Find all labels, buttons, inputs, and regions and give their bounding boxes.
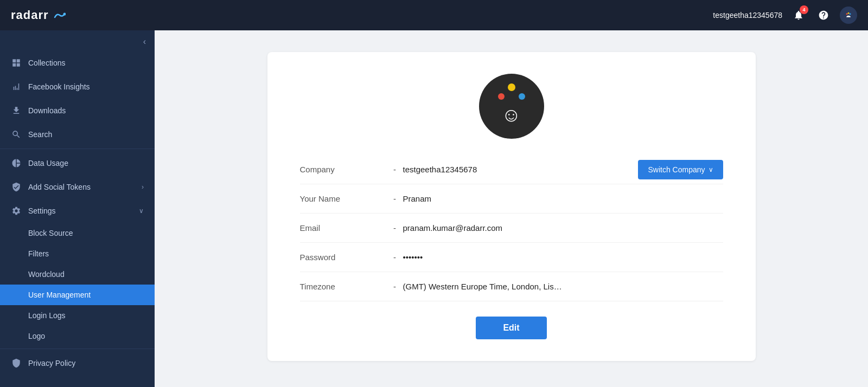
sidebar-sub-filters[interactable]: Filters (0, 243, 155, 264)
profile-field-timezone: Timezone - (GMT) Western Europe Time, Lo… (300, 272, 723, 301)
sidebar-item-add-social-tokens[interactable]: Add Social Tokens › (0, 175, 155, 199)
sidebar-divider-1 (0, 149, 155, 149)
avatar-smile-icon: ☺ (501, 105, 521, 125)
profile-field-name: Your Name - Pranam (300, 184, 723, 214)
sidebar-item-collections[interactable]: Collections (0, 51, 155, 75)
password-label: Password (300, 253, 387, 262)
name-dash: - (387, 194, 403, 203)
password-dash: - (387, 253, 403, 262)
profile-field-company: Company - testgeetha12345678 Switch Comp… (300, 155, 723, 184)
email-value: pranam.kumar@radarr.com (403, 223, 723, 233)
main-content: ☺ Company - testgeetha12345678 Switch Co… (155, 30, 868, 387)
sidebar-item-search[interactable]: Search (0, 122, 155, 146)
sidebar-item-settings[interactable]: Settings ∨ (0, 199, 155, 223)
sidebar-sub-wordcloud[interactable]: Wordcloud (0, 264, 155, 285)
settings-icon (11, 205, 22, 216)
main-layout: ‹ Collections Facebook Insights Download… (0, 30, 868, 387)
avatar-dot-red (498, 93, 505, 100)
avatar-inner: ☺ (498, 88, 525, 125)
collections-icon (11, 57, 22, 68)
timezone-value: (GMT) Western Europe Time, London, Lis… (403, 282, 723, 291)
sidebar-sub-login-logs[interactable]: Login Logs (0, 305, 155, 326)
avatar-dot-yellow (508, 83, 515, 91)
profile-field-email: Email - pranam.kumar@radarr.com (300, 214, 723, 243)
email-dash: - (387, 223, 403, 233)
sidebar-sub-block-source-label: Block Source (28, 229, 73, 237)
sidebar: ‹ Collections Facebook Insights Download… (0, 30, 155, 387)
sidebar-divider-2 (0, 349, 155, 349)
edit-button[interactable]: Edit (476, 317, 546, 339)
company-dash: - (387, 165, 403, 174)
facebook-insights-icon (11, 81, 22, 92)
password-value: ••••••• (403, 253, 723, 262)
sidebar-item-privacy-policy[interactable]: Privacy Policy (0, 351, 155, 375)
switch-company-chevron: ∨ (709, 166, 713, 173)
privacy-policy-icon (11, 358, 22, 369)
sidebar-item-search-label: Search (28, 130, 144, 139)
add-social-tokens-arrow: › (142, 183, 144, 191)
sidebar-item-facebook-insights-label: Facebook Insights (28, 82, 144, 91)
sidebar-item-add-social-tokens-label: Add Social Tokens (28, 183, 135, 191)
avatar-dot-blue (519, 93, 525, 100)
company-label: Company (300, 165, 387, 174)
svg-point-1 (846, 13, 848, 15)
name-label: Your Name (300, 194, 387, 203)
logo-text: radarr (11, 8, 66, 22)
sidebar-sub-block-source[interactable]: Block Source (0, 223, 155, 243)
add-social-tokens-icon (11, 182, 22, 192)
sidebar-item-data-usage-label: Data Usage (28, 159, 144, 167)
svg-point-3 (850, 13, 851, 15)
sidebar-item-settings-label: Settings (28, 207, 132, 215)
sidebar-sub-user-management-label: User Management (28, 291, 91, 299)
timezone-label: Timezone (300, 282, 387, 291)
email-label: Email (300, 223, 387, 233)
sidebar-item-collections-label: Collections (28, 59, 144, 67)
notifications-button[interactable]: 4 (790, 7, 807, 24)
sidebar-sub-wordcloud-label: Wordcloud (28, 270, 65, 279)
profile-card: ☺ Company - testgeetha12345678 Switch Co… (267, 52, 756, 361)
switch-company-button[interactable]: Switch Company ∨ (638, 160, 723, 179)
svg-point-2 (848, 12, 850, 14)
profile-field-password: Password - ••••••• (300, 243, 723, 272)
header: radarr testgeetha12345678 4 (0, 0, 868, 30)
search-icon (11, 129, 22, 140)
header-username: testgeetha12345678 (713, 11, 782, 20)
downloads-icon (11, 105, 22, 116)
sidebar-sub-login-logs-label: Login Logs (28, 311, 66, 320)
help-button[interactable] (815, 7, 832, 24)
sidebar-sub-logo-label: Logo (28, 332, 45, 340)
notification-badge: 4 (800, 5, 808, 14)
profile-fields: Company - testgeetha12345678 Switch Comp… (300, 155, 723, 301)
sidebar-toggle-button[interactable]: ‹ (143, 37, 146, 47)
header-right: testgeetha12345678 4 (713, 7, 857, 24)
logo: radarr (11, 8, 66, 22)
data-usage-icon (11, 158, 22, 169)
timezone-dash: - (387, 282, 403, 291)
sidebar-item-facebook-insights[interactable]: Facebook Insights (0, 75, 155, 99)
sidebar-toggle-area: ‹ (0, 30, 155, 51)
sidebar-item-downloads-label: Downloads (28, 106, 144, 115)
sidebar-item-downloads[interactable]: Downloads (0, 99, 155, 122)
user-avatar[interactable] (840, 7, 857, 24)
profile-avatar: ☺ (479, 74, 544, 139)
sidebar-item-data-usage[interactable]: Data Usage (0, 151, 155, 175)
sidebar-sub-logo[interactable]: Logo (0, 326, 155, 346)
sidebar-sub-user-management[interactable]: User Management (0, 285, 155, 305)
settings-arrow: ∨ (139, 207, 144, 215)
name-value: Pranam (403, 194, 723, 203)
switch-company-label: Switch Company (648, 165, 705, 174)
sidebar-item-privacy-policy-label: Privacy Policy (28, 359, 144, 367)
sidebar-sub-filters-label: Filters (28, 249, 49, 258)
